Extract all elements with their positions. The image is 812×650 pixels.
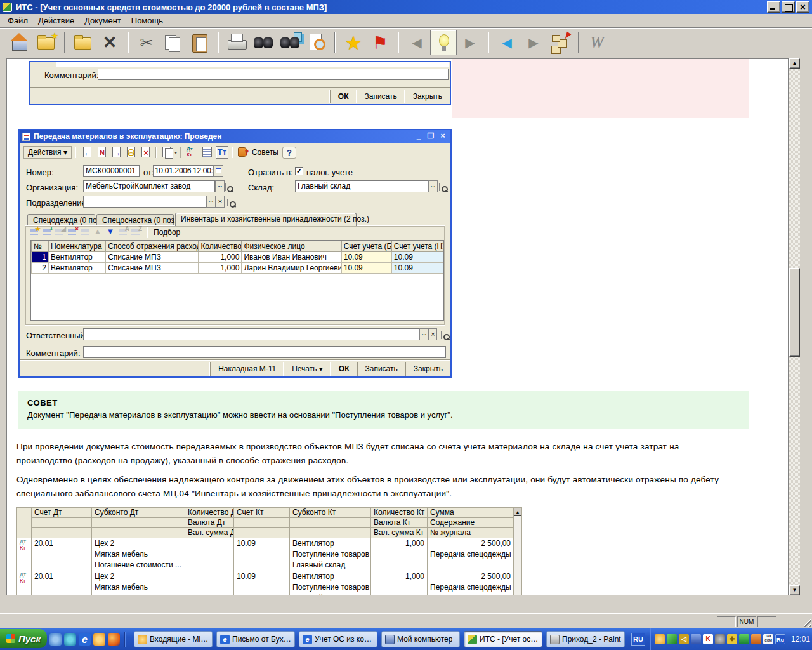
row-down-icon[interactable]: ▼ [105,227,116,238]
bookmark-flag-icon[interactable]: ⚑ [367,30,393,55]
comment-input[interactable] [98,69,449,80]
table-row[interactable]: 2 Вентилятор Списание МПЗ 1,000 Ларин Вл… [32,263,443,274]
responsible-lookup-button[interactable] [441,331,442,339]
table-row[interactable]: 1 Вентилятор Списание МПЗ 1,000 Иванов И… [32,252,443,263]
department-clear-button[interactable]: × [216,196,225,208]
copy-dropdown-icon[interactable]: ▾ [174,150,177,156]
scroll-up-icon[interactable]: ▲ [514,508,521,516]
organization-select-button[interactable]: ... [215,180,225,192]
antivirus-icon[interactable]: K [703,634,713,644]
plugin-icon[interactable]: ✚ [727,634,737,644]
tab-equipment[interactable]: Спецоснастка (0 поз.) [96,214,174,226]
invoice-m11-button[interactable]: Накладная М-11 [210,362,284,376]
network-icon[interactable] [691,634,701,644]
word-export-icon[interactable]: W [584,30,610,55]
close-button[interactable]: Закрыть [405,90,450,103]
quicklaunch-desktop-icon[interactable] [49,633,62,646]
menu-file[interactable]: Файл [3,15,33,27]
contents-tree-icon[interactable] [547,30,573,55]
maximize-button[interactable] [782,1,795,13]
book-icon[interactable] [751,634,761,644]
responsible-clear-button[interactable]: × [429,328,437,340]
save-button[interactable]: Записать [357,362,405,376]
cut-icon[interactable]: ✂ [133,30,160,55]
posting-table-scrollbar[interactable]: ▲ [513,507,522,595]
menu-document[interactable]: Документ [79,15,126,27]
dialog-close-icon[interactable]: × [438,132,448,141]
responsible-input[interactable] [83,328,419,340]
taskbar-button-inbox[interactable]: Входящие - Micro... [134,631,213,647]
sort-az-icon[interactable]: A [117,227,129,238]
dialog-maximize-icon[interactable]: ❒ [426,132,436,141]
tray-language-icon[interactable]: Ru [775,634,785,644]
post-document-icon[interactable]: ⛁ [125,146,138,159]
advice-book-icon[interactable]: ? [238,146,251,159]
sort-za-icon[interactable]: Z [130,227,141,238]
responsible-select-button[interactable]: ... [419,328,429,340]
taskbar-button-paint[interactable]: Приход_2 - Paint [546,631,625,647]
row-up-icon[interactable]: ▲ [92,227,103,238]
previous-tip-icon[interactable]: ◀ [403,30,430,55]
display-icon[interactable] [739,634,749,644]
posting-row[interactable]: ДтКт 20.01 Цех 2Мягкая мебельПогашение с… [17,571,514,596]
advice-label[interactable]: Советы [252,148,278,157]
next-tip-icon[interactable]: ▶ [457,30,483,55]
help-button[interactable]: ? [282,147,296,159]
copy-document-icon[interactable] [162,146,174,159]
save-button[interactable]: Записать [357,90,405,103]
quicklaunch-firefox-icon[interactable] [108,633,120,646]
taskbar-button-letter[interactable]: e Письмо от Бухгал... [216,631,295,647]
resize-grip[interactable] [802,619,811,627]
copy-icon[interactable] [160,30,187,55]
search-icon[interactable] [250,30,277,55]
tab-inventory[interactable]: Инвентарь и хозяйственные принадлежности… [175,213,357,226]
document-scrollbar[interactable]: ▲ ▼ [789,58,800,595]
prev-document-icon[interactable]: ← [81,146,94,159]
minimize-button[interactable] [767,1,780,13]
warehouse-lookup-button[interactable] [439,183,440,191]
taxcom-icon[interactable]: TAXCOM [763,634,773,644]
structure-subordination-button[interactable]: Тт [216,146,228,159]
tip-of-day-icon[interactable] [430,30,457,55]
department-input[interactable] [83,196,206,208]
favorites-icon[interactable]: ★ [340,30,367,55]
pick-button[interactable]: Подбор [148,227,185,238]
paste-icon[interactable] [187,30,213,55]
taskbar-button-mycomputer[interactable]: Мой компьютер [381,631,460,647]
volume-icon[interactable]: ◁ [679,634,689,644]
ok-button[interactable]: ОК [330,90,357,103]
posting-row[interactable]: ДтКт 20.01 Цех 2Мягкая мебельПогашение с… [17,538,514,571]
dialog-comment-input[interactable] [83,346,446,358]
close-button[interactable]: Закрыть [405,362,450,376]
menu-help[interactable]: Помощь [126,15,168,27]
scrollbar-thumb[interactable] [789,268,800,357]
next-document-icon[interactable]: → [110,146,123,159]
tab-workwear[interactable]: Спецодежда (0 поз.) [27,214,95,226]
unpost-document-icon[interactable]: × [140,146,152,159]
row-copy-icon[interactable]: + [41,227,53,238]
warehouse-input[interactable]: Главный склад [295,180,428,192]
department-lookup-button[interactable] [227,199,228,206]
cut-input[interactable] [56,62,449,67]
department-select-button[interactable]: ... [206,196,216,208]
number-input[interactable]: МСК00000001 [83,165,140,177]
scroll-down-icon[interactable]: ▼ [789,585,800,595]
journal-icon[interactable] [201,146,214,159]
delete-icon[interactable]: ✕ [96,30,123,55]
tax-checkbox[interactable]: ✓ [295,167,303,175]
search-results-icon[interactable] [277,30,303,55]
dialog-minimize-icon[interactable]: _ [414,132,424,141]
row-finish-icon[interactable] [79,227,91,238]
update-icon[interactable] [667,634,677,644]
organization-input[interactable]: МебельСтройКомплект завод [83,180,215,192]
taskbar-button-its[interactable]: ИТС - [Учет осн... [464,631,542,647]
reminder-icon[interactable] [655,634,665,644]
taskbar-button-uchet[interactable]: e Учет ОС из комп... [299,631,377,647]
print-button[interactable]: Печать ▾ [284,362,331,376]
forward-icon[interactable]: ▶ [520,30,547,55]
start-button[interactable]: Пуск [0,629,47,648]
scroll-up-icon[interactable]: ▲ [789,58,800,69]
new-folder-icon[interactable] [70,30,96,55]
date-input[interactable]: 10.01.2006 12:00:01 [153,165,213,177]
quicklaunch-outlook-icon[interactable] [93,633,105,646]
